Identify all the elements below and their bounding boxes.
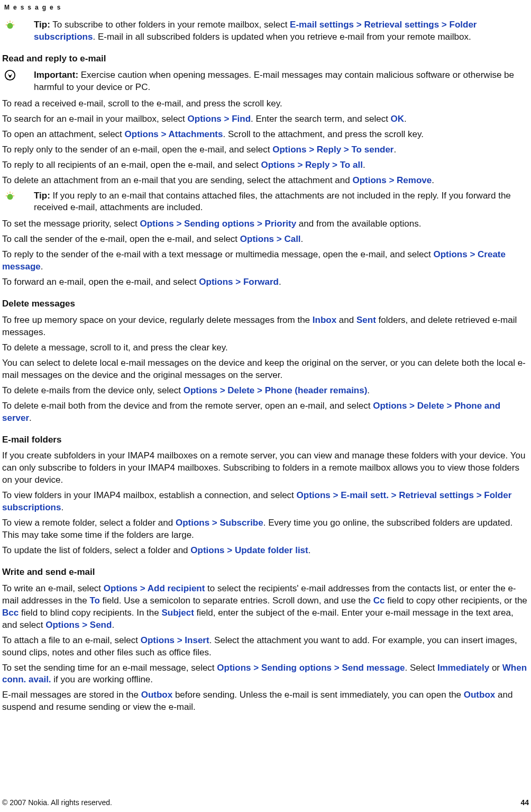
paragraph: You can select to delete local e-mail me…: [2, 357, 529, 382]
paragraph: To free up memory space on your device, …: [2, 314, 529, 339]
text: field to copy other recipients, or the: [385, 596, 527, 606]
text: .: [363, 160, 365, 170]
paragraph: To view folders in your IMAP4 mailbox, e…: [2, 490, 529, 514]
link-subscribe[interactable]: Subscribe: [220, 518, 263, 528]
link-to-sender[interactable]: To sender: [352, 145, 394, 155]
link-to-all[interactable]: To all: [340, 160, 363, 170]
svg-point-2: [7, 194, 13, 200]
important-icon: [4, 69, 16, 85]
link-retrieval-settings[interactable]: Retrieval settings: [364, 20, 439, 30]
link-sent[interactable]: Sent: [356, 315, 376, 325]
heading-email-folders: E-mail folders: [2, 434, 529, 446]
link-retrieval-settings[interactable]: Retrieval settings: [399, 490, 474, 500]
link-add-recipient[interactable]: Add recipient: [148, 583, 205, 593]
link-email-sett[interactable]: E-mail sett.: [341, 490, 389, 500]
text: field to blind copy recipients. In the: [19, 608, 161, 618]
link-bcc-field[interactable]: Bcc: [2, 608, 19, 618]
tip-label: Tip:: [34, 191, 50, 201]
link-sending-options[interactable]: Sending options: [261, 663, 332, 673]
text: To delete e-mails from the device only, …: [2, 385, 184, 395]
link-options[interactable]: Options: [217, 663, 251, 673]
link-options[interactable]: Options: [240, 234, 274, 244]
link-options[interactable]: Options: [45, 620, 79, 630]
text: To delete e-mail both from the device an…: [2, 401, 373, 411]
link-options[interactable]: Options: [188, 114, 222, 124]
link-options[interactable]: Options: [297, 490, 331, 500]
text: . Scroll to the attachment, and press th…: [223, 129, 424, 139]
paragraph: To delete e-mails from the device only, …: [2, 385, 529, 397]
link-outbox[interactable]: Outbox: [141, 690, 173, 700]
text: To set the sending time for an e-mail me…: [2, 663, 217, 673]
link-priority[interactable]: Priority: [265, 219, 297, 229]
link-call[interactable]: Call: [284, 234, 300, 244]
link-send-message[interactable]: Send message: [342, 663, 405, 673]
link-to-field[interactable]: To: [89, 596, 100, 606]
link-outbox[interactable]: Outbox: [464, 690, 496, 700]
link-options[interactable]: Options: [184, 385, 217, 395]
link-options[interactable]: Options: [261, 160, 295, 170]
link-options[interactable]: Options: [352, 175, 386, 185]
page-footer: © 2007 Nokia. All rights reserved. 44: [2, 798, 529, 808]
link-ok[interactable]: OK: [391, 114, 405, 124]
link-update-folder-list[interactable]: Update folder list: [235, 545, 308, 555]
text: before sending. Unless the e-mail is sen…: [172, 690, 464, 700]
link-delete[interactable]: Delete: [417, 401, 444, 411]
paragraph: To update the list of folders, select a …: [2, 545, 529, 557]
tip-label: Tip:: [34, 20, 50, 30]
link-remove[interactable]: Remove: [397, 175, 432, 185]
link-options[interactable]: Options: [373, 401, 407, 411]
link-options[interactable]: Options: [125, 129, 159, 139]
text: .: [308, 545, 311, 555]
link-options[interactable]: Options: [190, 545, 224, 555]
text: To update the list of folders, select a …: [2, 545, 190, 555]
link-options[interactable]: Options: [199, 277, 233, 287]
text: To write an e-mail, select: [2, 583, 104, 593]
tip-note: Tip: To subscribe to other folders in yo…: [2, 19, 529, 43]
link-forward[interactable]: Forward: [243, 277, 279, 287]
copyright-text: © 2007 Nokia. All rights reserved.: [2, 798, 112, 808]
paragraph: To read a received e-mail, scroll to the…: [2, 98, 529, 110]
link-immediately[interactable]: Immediately: [437, 663, 489, 673]
text: field. Use a semicolon to separate entri…: [100, 596, 373, 606]
link-cc-field[interactable]: Cc: [373, 596, 385, 606]
link-inbox[interactable]: Inbox: [313, 315, 336, 325]
link-send[interactable]: Send: [90, 620, 112, 630]
paragraph: E-mail messages are stored in the Outbox…: [2, 689, 529, 714]
text: Exercise caution when opening messages. …: [34, 70, 514, 92]
text: .: [61, 502, 63, 512]
tip-icon: [4, 19, 16, 34]
tip-note: Tip: If you reply to an e-mail that cont…: [2, 190, 529, 214]
link-email-settings[interactable]: E-mail settings: [290, 20, 354, 30]
text: .: [432, 175, 434, 185]
link-delete[interactable]: Delete: [227, 385, 254, 395]
text: .: [41, 261, 43, 272]
link-options[interactable]: Options: [104, 583, 138, 593]
text: . Select: [405, 663, 437, 673]
paragraph: To set the sending time for an e-mail me…: [2, 662, 529, 687]
link-options[interactable]: Options: [140, 219, 173, 229]
link-attachments[interactable]: Attachments: [169, 129, 223, 139]
text: .: [393, 145, 396, 155]
paragraph: To call the sender of the e-mail, open t…: [2, 233, 529, 246]
paragraph: If you create subfolders in your IMAP4 m…: [2, 450, 529, 486]
link-options[interactable]: Options: [176, 518, 209, 528]
text: .: [279, 277, 281, 287]
svg-point-0: [7, 23, 13, 29]
text: To call the sender of the e-mail, open t…: [2, 234, 240, 244]
paragraph: To search for an e-mail in your mailbox,…: [2, 113, 529, 125]
paragraph: To attach a file to an e-mail, select Op…: [2, 635, 529, 659]
link-phone-header-remains[interactable]: Phone (header remains): [265, 385, 368, 395]
link-reply[interactable]: Reply: [305, 160, 329, 170]
text: . E-mail in all subscribed folders is up…: [93, 32, 471, 42]
link-reply[interactable]: Reply: [317, 145, 341, 155]
link-subject-field[interactable]: Subject: [161, 608, 194, 618]
paragraph: To forward an e-mail, open the e-mail, a…: [2, 276, 529, 288]
link-insert[interactable]: Insert: [185, 635, 209, 645]
link-find[interactable]: Find: [232, 114, 251, 124]
paragraph: To delete a message, scroll to it, and p…: [2, 342, 529, 354]
link-options[interactable]: Options: [433, 249, 467, 259]
heading-write-send: Write and send e-mail: [2, 566, 529, 579]
link-sending-options[interactable]: Sending options: [184, 219, 254, 229]
link-options[interactable]: Options: [272, 145, 306, 155]
link-options[interactable]: Options: [141, 635, 175, 645]
